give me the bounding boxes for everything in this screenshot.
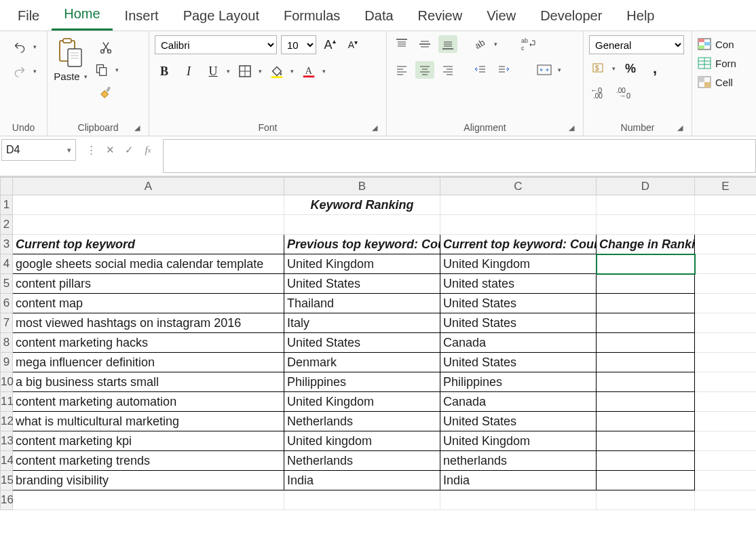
tab-file[interactable]: File bbox=[5, 3, 52, 31]
conditional-formatting-icon[interactable] bbox=[698, 38, 711, 50]
increase-indent-button[interactable] bbox=[494, 61, 513, 79]
cell-C16[interactable] bbox=[440, 490, 597, 510]
row-header-13[interactable]: 13 bbox=[1, 431, 13, 451]
cell-E13[interactable] bbox=[695, 431, 757, 451]
cell-C4[interactable]: United Kingdom bbox=[440, 254, 597, 274]
borders-button[interactable] bbox=[235, 62, 254, 80]
number-format-select[interactable]: General bbox=[589, 35, 684, 54]
cell-D15[interactable] bbox=[597, 471, 695, 490]
cell-B3[interactable]: Previous top keyword: Country bbox=[284, 235, 440, 254]
format-as-table-icon[interactable] bbox=[698, 57, 711, 69]
cell-A6[interactable]: content map bbox=[13, 294, 284, 313]
align-left-button[interactable] bbox=[392, 61, 411, 79]
decrease-font-button[interactable]: A▾ bbox=[343, 36, 362, 54]
cell-styles-label[interactable]: Cell bbox=[715, 77, 733, 88]
cell-C14[interactable]: netherlands bbox=[440, 451, 597, 471]
cell-E9[interactable] bbox=[695, 353, 757, 372]
cell-E5[interactable] bbox=[695, 274, 757, 294]
cell-A10[interactable]: a big business starts small bbox=[13, 372, 284, 392]
align-top-button[interactable] bbox=[392, 35, 411, 53]
cell-D3[interactable]: Change in Ranking bbox=[597, 235, 695, 254]
formula-input[interactable] bbox=[163, 139, 756, 173]
cell-A12[interactable]: what is multicultural marketing bbox=[13, 412, 284, 431]
underline-button[interactable]: U bbox=[204, 62, 223, 80]
cell-D6[interactable] bbox=[597, 294, 695, 313]
formula-divider-button[interactable]: ⋮ bbox=[83, 142, 99, 158]
tab-page-layout[interactable]: Page Layout bbox=[171, 3, 271, 31]
cell-B7[interactable]: Italy bbox=[284, 313, 440, 333]
cell-E4[interactable] bbox=[695, 254, 757, 274]
cell-C8[interactable]: Canada bbox=[440, 333, 597, 353]
align-bottom-button[interactable] bbox=[438, 35, 457, 53]
cell-D4[interactable] bbox=[597, 254, 695, 274]
cell-E2[interactable] bbox=[695, 215, 757, 235]
cell-B14[interactable]: Netherlands bbox=[284, 451, 440, 471]
tab-view[interactable]: View bbox=[474, 3, 528, 31]
clipboard-launcher[interactable]: ◢ bbox=[132, 123, 142, 133]
cell-D14[interactable] bbox=[597, 451, 695, 471]
format-painter-button[interactable] bbox=[96, 84, 115, 102]
redo-button[interactable] bbox=[10, 62, 29, 80]
row-header-16[interactable]: 16 bbox=[1, 490, 13, 510]
percent-button[interactable]: % bbox=[621, 60, 640, 77]
name-box-dropdown[interactable]: ▾ bbox=[67, 146, 71, 155]
tab-help[interactable]: Help bbox=[614, 3, 666, 31]
cell-C7[interactable]: United States bbox=[440, 313, 597, 333]
cell-D13[interactable] bbox=[597, 431, 695, 451]
enter-formula-button[interactable]: ✓ bbox=[121, 142, 137, 158]
cell-C13[interactable]: United Kingdom bbox=[440, 431, 597, 451]
cell-styles-icon[interactable] bbox=[698, 76, 711, 88]
cell-E6[interactable] bbox=[695, 294, 757, 313]
increase-decimal-button[interactable]: ←0.00 bbox=[589, 83, 608, 100]
row-header-1[interactable]: 1 bbox=[1, 195, 13, 215]
row-header-9[interactable]: 9 bbox=[1, 353, 13, 372]
accounting-format-button[interactable]: $ bbox=[589, 60, 608, 77]
align-center-button[interactable] bbox=[415, 61, 434, 79]
row-header-5[interactable]: 5 bbox=[1, 274, 13, 294]
fill-color-button[interactable] bbox=[267, 62, 286, 80]
font-size-select[interactable]: 10 bbox=[281, 35, 316, 54]
cell-B15[interactable]: India bbox=[284, 471, 440, 490]
undo-dropdown[interactable]: ▾ bbox=[33, 43, 37, 50]
cell-D9[interactable] bbox=[597, 353, 695, 372]
cell-B16[interactable] bbox=[284, 490, 440, 510]
increase-font-button[interactable]: A▴ bbox=[320, 36, 339, 54]
wrap-text-button[interactable]: abc bbox=[519, 35, 538, 53]
tab-developer[interactable]: Developer bbox=[528, 3, 614, 31]
cell-E15[interactable] bbox=[695, 471, 757, 490]
cell-C12[interactable]: United States bbox=[440, 412, 597, 431]
cell-A9[interactable]: mega influencer definition bbox=[13, 353, 284, 372]
cell-D10[interactable] bbox=[597, 372, 695, 392]
cell-A3[interactable]: Current top keyword bbox=[13, 235, 284, 254]
tab-insert[interactable]: Insert bbox=[113, 3, 171, 31]
redo-dropdown[interactable]: ▾ bbox=[33, 68, 37, 75]
cell-C3[interactable]: Current top keyword: Country bbox=[440, 235, 597, 254]
copy-button[interactable] bbox=[92, 61, 111, 79]
format-as-table-label[interactable]: Forn bbox=[715, 58, 736, 69]
cell-C2[interactable] bbox=[440, 215, 597, 235]
bold-button[interactable]: B bbox=[155, 62, 174, 80]
cell-E12[interactable] bbox=[695, 412, 757, 431]
name-box[interactable]: D4 ▾ bbox=[1, 139, 76, 161]
fill-color-dropdown[interactable]: ▾ bbox=[290, 68, 294, 75]
row-header-3[interactable]: 3 bbox=[1, 235, 13, 254]
cell-B10[interactable]: Philippines bbox=[284, 372, 440, 392]
merge-dropdown[interactable]: ▾ bbox=[558, 66, 561, 73]
column-header-D[interactable]: D bbox=[597, 178, 695, 195]
alignment-launcher[interactable]: ◢ bbox=[567, 123, 576, 133]
cell-A11[interactable]: content marketing automation bbox=[13, 392, 284, 412]
font-color-dropdown[interactable]: ▾ bbox=[322, 68, 326, 75]
copy-dropdown[interactable]: ▾ bbox=[115, 66, 119, 73]
spreadsheet-grid[interactable]: ABCDE 1Keyword Ranking23Current top keyw… bbox=[0, 177, 756, 510]
undo-button[interactable] bbox=[10, 38, 29, 56]
row-header-14[interactable]: 14 bbox=[1, 451, 13, 471]
tab-home[interactable]: Home bbox=[52, 1, 112, 31]
cell-C6[interactable]: United States bbox=[440, 294, 597, 313]
cell-B9[interactable]: Denmark bbox=[284, 353, 440, 372]
cell-E3[interactable] bbox=[695, 235, 757, 254]
cell-E10[interactable] bbox=[695, 372, 757, 392]
column-header-E[interactable]: E bbox=[695, 178, 757, 195]
cell-B8[interactable]: United States bbox=[284, 333, 440, 353]
cell-C9[interactable]: United States bbox=[440, 353, 597, 372]
row-header-7[interactable]: 7 bbox=[1, 313, 13, 333]
